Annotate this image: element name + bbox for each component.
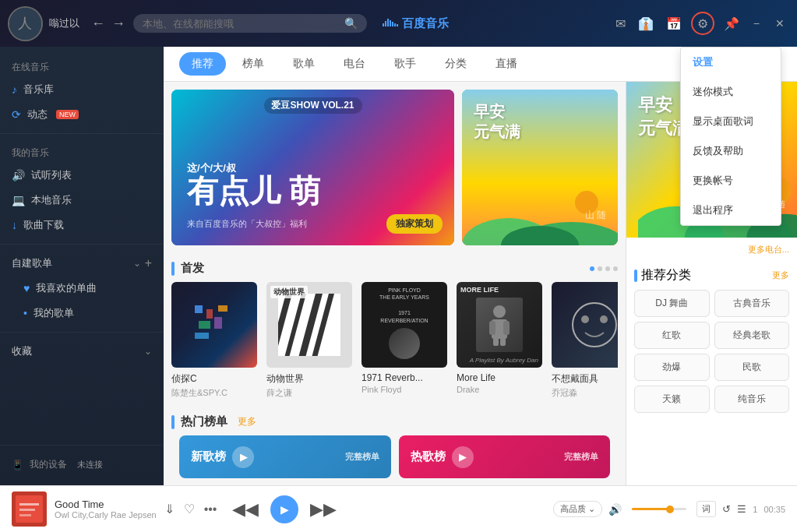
- collect-label: 收藏: [12, 344, 32, 358]
- sidebar-item-my-playlist[interactable]: • 我的歌单: [0, 301, 164, 326]
- new-songs-full-button[interactable]: 完整榜单: [345, 451, 379, 463]
- nav-arrows: ← →: [91, 16, 125, 32]
- dropdown-item-desktop-lyrics[interactable]: 显示桌面歌词: [681, 107, 781, 136]
- gear-icon: ⚙: [697, 16, 708, 31]
- computer-icon: 💻: [12, 194, 25, 206]
- tab-live[interactable]: 直播: [483, 52, 530, 76]
- device-label: 我的设备: [30, 458, 67, 471]
- more-options-icon[interactable]: •••: [204, 502, 217, 516]
- category-explosive[interactable]: 劲爆: [634, 354, 710, 381]
- tab-playlist[interactable]: 歌单: [280, 52, 327, 76]
- lyrics-button[interactable]: 词: [696, 501, 716, 517]
- tab-radio[interactable]: 电台: [331, 52, 378, 76]
- dropdown-item-exit[interactable]: 退出程序: [681, 196, 781, 225]
- category-folk[interactable]: 民歌: [714, 354, 790, 381]
- favorite-song-icon[interactable]: ♡: [184, 502, 195, 516]
- section-indicator: [171, 262, 175, 276]
- search-bar[interactable]: 🔍: [133, 14, 367, 33]
- sidebar-item-device[interactable]: 📱 我的设备 未连接: [0, 452, 164, 477]
- sidebar-item-favorites[interactable]: ♥ 我喜欢的单曲: [0, 276, 164, 301]
- volume-handle[interactable]: [666, 506, 674, 513]
- sidebar-divider-2: [0, 244, 164, 245]
- album-item-detective-c[interactable]: 侦探C 陈楚生&SPY.C: [171, 282, 257, 399]
- sidebar-item-local-music[interactable]: 💻 本地音乐: [0, 188, 164, 213]
- new-songs-play-button[interactable]: ▶: [232, 446, 254, 468]
- sidebar-label-my-playlist: 我的歌单: [34, 306, 74, 320]
- category-classic-old[interactable]: 经典老歌: [714, 322, 790, 349]
- dropdown-item-change-account[interactable]: 更换帐号: [681, 166, 781, 196]
- category-dj-dance[interactable]: DJ 舞曲: [634, 290, 710, 317]
- sidebar-label-favorites: 我喜欢的单曲: [36, 281, 97, 295]
- tab-artist[interactable]: 歌手: [382, 52, 428, 76]
- tab-charts[interactable]: 榜单: [230, 52, 277, 76]
- hot-songs-chart[interactable]: 热歌榜 ▶ 完整榜单: [399, 435, 611, 478]
- category-red-song[interactable]: 红歌: [634, 322, 710, 349]
- svg-point-31: [573, 303, 616, 347]
- gift-icon[interactable]: 📅: [663, 13, 685, 34]
- sidebar-divider-1: [0, 133, 164, 134]
- hot-charts-more[interactable]: 更多: [238, 415, 256, 428]
- hot-songs-full-button[interactable]: 完整榜单: [564, 451, 598, 463]
- hot-songs-play-button[interactable]: ▶: [452, 446, 474, 468]
- album-item-more-life[interactable]: MORE LIFE: [457, 282, 542, 399]
- loop-icon[interactable]: ↺: [722, 503, 731, 515]
- add-playlist-button[interactable]: +: [145, 256, 152, 270]
- category-nature[interactable]: 天籁: [634, 386, 710, 413]
- heart-icon: ♥: [23, 282, 30, 294]
- player-right-controls: 高品质 ⌄ 🔊 词 ↺ ☰ 1 00:35: [553, 501, 785, 517]
- music-note-icon: ♪: [12, 83, 17, 96]
- minimize-button[interactable]: −: [749, 16, 764, 31]
- tab-recommend[interactable]: 推荐: [179, 52, 226, 76]
- album-item-pink-floyd[interactable]: PINK FLOYDTHE EARLY YEARS1971REVERBER/AT…: [361, 282, 447, 399]
- next-button[interactable]: ▶▶: [310, 499, 337, 520]
- main-banner[interactable]: 爱豆SHOW VOL.21 这/个/大/叔 有点儿 萌 来自百度音乐的「大叔控」…: [171, 90, 454, 245]
- tab-category[interactable]: 分类: [432, 52, 479, 76]
- close-button[interactable]: ✕: [771, 16, 789, 31]
- sidebar-item-trial-list[interactable]: 🔊 试听列表: [0, 163, 164, 188]
- player-controls-center: ◀◀ ▶ ▶▶: [232, 495, 337, 523]
- settings-icon-button[interactable]: ⚙: [691, 12, 714, 35]
- mail-icon[interactable]: ✉: [612, 13, 629, 34]
- svg-rect-17: [214, 317, 222, 329]
- dropdown-item-settings[interactable]: 设置: [681, 48, 781, 77]
- category-pure-music[interactable]: 纯音乐: [714, 386, 790, 413]
- sidebar-item-download[interactable]: ↓ 歌曲下载: [0, 213, 164, 238]
- volume-icon[interactable]: 🔊: [608, 503, 622, 516]
- sidebar-item-dynamics[interactable]: ⟳ 动态 NEW: [0, 102, 164, 127]
- dot-1: [590, 266, 594, 271]
- sidebar-item-music-library[interactable]: ♪ 音乐库: [0, 77, 164, 102]
- svg-rect-2: [383, 23, 384, 26]
- detective-art-icon: [191, 301, 238, 348]
- more-radio-link[interactable]: 更多电台...: [626, 238, 797, 259]
- sidebar-custom-playlist-header[interactable]: 自建歌单 ⌄ +: [0, 251, 164, 276]
- avatar[interactable]: 人: [8, 6, 43, 41]
- album-cover-animal-world: 动物世界: [266, 282, 352, 368]
- album-artist-animal-world: 薛之谦: [266, 387, 352, 399]
- album-grid: 侦探C 陈楚生&SPY.C 动物世界: [171, 282, 618, 399]
- pin-icon[interactable]: 📌: [721, 13, 742, 34]
- sidebar-collect-header[interactable]: 收藏 ⌄: [0, 339, 164, 364]
- search-input[interactable]: [143, 18, 344, 30]
- category-classical[interactable]: 古典音乐: [714, 290, 790, 317]
- svg-point-33: [600, 315, 608, 323]
- dropdown-item-feedback[interactable]: 反馈及帮助: [681, 136, 781, 166]
- download-song-icon[interactable]: ⇓: [164, 502, 175, 516]
- album-item-animal-world[interactable]: 动物世界: [266, 282, 352, 399]
- tshirt-icon[interactable]: 👔: [635, 13, 657, 34]
- dropdown-item-mini-mode[interactable]: 迷你模式: [681, 77, 781, 107]
- volume-slider[interactable]: [632, 508, 686, 510]
- content-scroll[interactable]: 爱豆SHOW VOL.21 这/个/大/叔 有点儿 萌 来自百度音乐的「大叔控」…: [164, 82, 626, 485]
- back-button[interactable]: ←: [91, 16, 105, 32]
- settings-dropdown-menu: 设置 迷你模式 显示桌面歌词 反馈及帮助 更换帐号 退出程序: [680, 47, 781, 226]
- prev-button[interactable]: ◀◀: [232, 499, 259, 520]
- album-item-no-mask[interactable]: 不想戴面具 乔冠淼: [552, 282, 618, 399]
- quality-button[interactable]: 高品质 ⌄: [553, 501, 602, 517]
- play-pause-button[interactable]: ▶: [270, 495, 298, 523]
- side-banner[interactable]: 早安元气满 山 随: [462, 90, 618, 245]
- first-release-title: 首发: [181, 261, 204, 276]
- playlist-icon[interactable]: ☰: [737, 503, 746, 515]
- album-cover-detective-c: [171, 282, 257, 368]
- recommend-more-link[interactable]: 更多: [772, 270, 789, 281]
- forward-button[interactable]: →: [111, 16, 125, 32]
- new-songs-chart[interactable]: 新歌榜 ▶ 完整榜单: [179, 435, 391, 478]
